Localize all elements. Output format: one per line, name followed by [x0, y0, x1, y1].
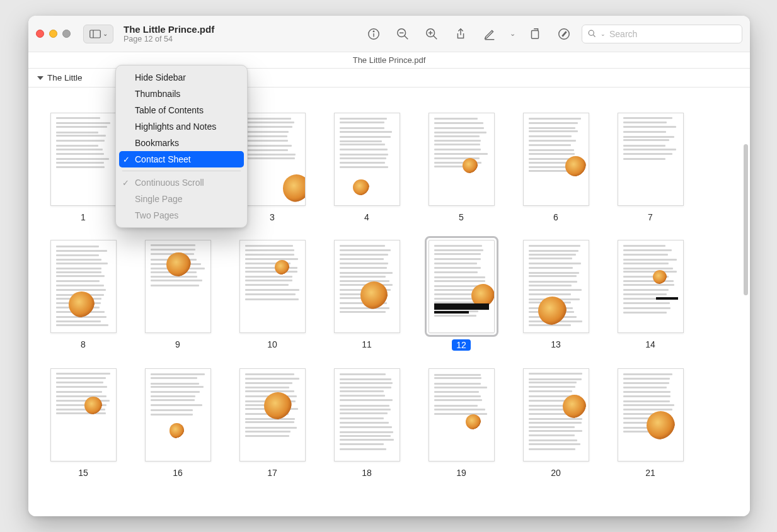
document-title: The Little Prince.pdf — [124, 24, 214, 35]
page-thumbnail[interactable]: 4 — [332, 113, 401, 222]
scrollbar-thumb[interactable] — [744, 144, 748, 295]
menu-item-label: Two Pages — [135, 210, 178, 220]
svg-point-4 — [373, 31, 374, 31]
menu-item[interactable]: Table of Contents — [116, 102, 247, 118]
page-thumbnail[interactable]: 7 — [616, 113, 685, 222]
markup-button[interactable] — [478, 23, 501, 45]
menu-item-label: Hide Sidebar — [135, 72, 186, 82]
thumbnail-image — [145, 368, 211, 461]
thumbnail-image — [50, 113, 117, 206]
menu-separator — [122, 171, 241, 171]
page-thumbnail[interactable]: 10 — [238, 240, 307, 351]
zoom-in-icon — [425, 27, 439, 41]
svg-line-9 — [434, 35, 437, 39]
menu-item-label: Continuous Scroll — [135, 178, 204, 188]
page-thumbnail[interactable]: 21 — [616, 368, 685, 478]
svg-line-6 — [405, 35, 408, 39]
page-number-label: 6 — [553, 212, 558, 222]
page-thumbnail[interactable]: 1 — [49, 113, 118, 222]
page-number-label: 16 — [173, 468, 183, 478]
thumbnail-image — [334, 368, 400, 461]
doc-tab-label[interactable]: The Little Prince.pdf — [353, 55, 426, 65]
page-thumbnail[interactable]: 3 — [238, 113, 307, 222]
zoom-icon[interactable] — [62, 30, 71, 38]
page-number-label: 20 — [551, 468, 561, 478]
page-number-label: 15 — [78, 468, 88, 478]
info-icon — [367, 27, 381, 41]
svg-rect-0 — [89, 30, 100, 38]
menu-item-label: Bookmarks — [135, 138, 179, 148]
page-thumbnail[interactable]: 9 — [143, 240, 212, 351]
menu-item: Single Page — [116, 191, 247, 207]
page-thumbnail[interactable]: 5 — [427, 113, 496, 222]
rotate-icon — [528, 27, 542, 41]
page-number-label: 11 — [362, 339, 372, 349]
search-input[interactable] — [609, 29, 737, 39]
menu-item[interactable]: ✓Contact Sheet — [119, 151, 244, 167]
chevron-down-icon: ⌄ — [103, 30, 108, 37]
menu-item: ✓Continuous Scroll — [116, 174, 247, 191]
page-thumbnail[interactable]: 12 — [427, 240, 496, 351]
page-number-label: 9 — [175, 339, 180, 349]
menu-item[interactable]: Thumbnails — [116, 86, 247, 102]
menu-item-label: Highlights and Notes — [135, 122, 216, 132]
menu-item: Two Pages — [116, 207, 247, 224]
edit-pdf-button[interactable] — [553, 23, 575, 45]
page-thumbnail[interactable]: 18 — [332, 368, 401, 478]
sidebar-icon — [89, 30, 101, 38]
thumbnail-image — [618, 113, 684, 206]
page-thumbnail[interactable]: 19 — [427, 368, 496, 478]
preview-window: ⌄ The Little Prince.pdf Page 12 of 54 ⌄ — [28, 16, 750, 516]
rotate-button[interactable] — [524, 23, 546, 45]
menu-item-label: Contact Sheet — [135, 154, 191, 164]
menu-item-label: Table of Contents — [135, 105, 204, 115]
page-number-label: 19 — [456, 468, 466, 478]
menu-item[interactable]: Highlights and Notes — [116, 118, 247, 135]
edit-circle-icon — [557, 27, 571, 41]
page-thumbnail[interactable]: 14 — [616, 240, 685, 351]
page-thumbnail[interactable]: 16 — [143, 368, 212, 478]
page-number-label: 8 — [81, 339, 86, 349]
page-number-label: 14 — [645, 339, 655, 349]
sidebar-toggle-button[interactable]: ⌄ — [83, 25, 113, 43]
page-thumbnail[interactable]: 8 — [49, 240, 118, 351]
page-number-label: 21 — [645, 468, 655, 478]
share-button[interactable] — [449, 23, 472, 45]
thumbnail-image — [145, 240, 211, 333]
page-number-label: 7 — [648, 212, 653, 222]
thumbnail-image — [618, 240, 684, 333]
title-block: The Little Prince.pdf Page 12 of 54 — [124, 24, 214, 43]
menu-item[interactable]: Hide Sidebar — [116, 69, 247, 86]
menu-item-label: Thumbnails — [135, 89, 180, 99]
titlebar: ⌄ The Little Prince.pdf Page 12 of 54 ⌄ — [28, 16, 750, 52]
page-number-label: 10 — [267, 339, 277, 349]
page-status: Page 12 of 54 — [124, 35, 214, 43]
close-icon[interactable] — [36, 30, 44, 38]
page-thumbnail[interactable]: 17 — [238, 368, 307, 478]
thumbnail-image — [618, 368, 684, 461]
thumbnail-image — [239, 368, 306, 461]
markup-menu-chevron[interactable]: ⌄ — [507, 30, 517, 38]
page-number-label: 4 — [364, 212, 369, 222]
page-number-label: 17 — [267, 468, 277, 478]
thumbnail-image — [523, 113, 589, 206]
info-button[interactable] — [362, 23, 385, 45]
page-thumbnail[interactable]: 13 — [521, 240, 590, 351]
minimize-icon[interactable] — [49, 30, 57, 38]
svg-point-15 — [589, 30, 594, 35]
thumbnail-image — [50, 240, 117, 333]
page-number-label: 5 — [459, 212, 464, 222]
thumbnail-image — [239, 240, 306, 333]
thumbnail-image — [50, 368, 117, 461]
page-thumbnail[interactable]: 11 — [332, 240, 401, 351]
zoom-in-button[interactable] — [420, 23, 443, 45]
search-field[interactable]: ⌄ — [582, 25, 742, 43]
page-thumbnail[interactable]: 15 — [49, 368, 118, 478]
page-thumbnail[interactable]: 6 — [521, 113, 590, 222]
zoom-out-button[interactable] — [391, 23, 414, 45]
thumbnail-image — [523, 368, 589, 461]
page-thumbnail[interactable]: 20 — [521, 368, 590, 478]
menu-item[interactable]: Bookmarks — [116, 135, 247, 151]
svg-rect-13 — [532, 30, 539, 38]
page-number-label: 18 — [362, 468, 372, 478]
